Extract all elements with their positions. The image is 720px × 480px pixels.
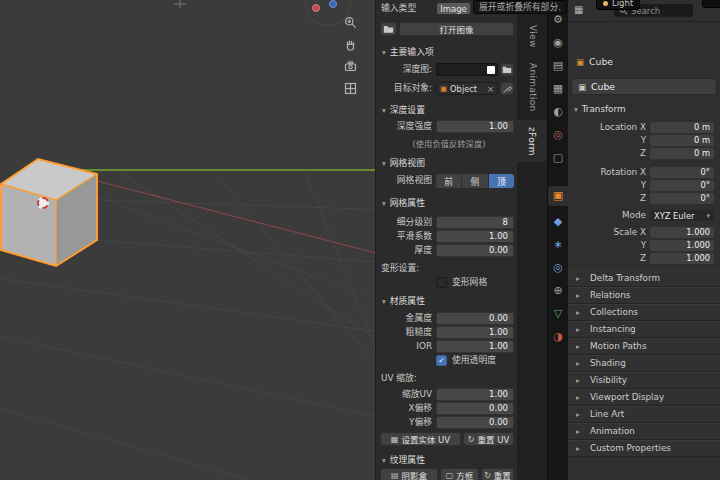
tab-world-icon[interactable]: ◎ bbox=[548, 125, 568, 145]
grid-line bbox=[0, 408, 375, 480]
tab-constraints-icon[interactable]: ⊕ bbox=[548, 281, 568, 301]
tab-collection-icon[interactable]: ▢ bbox=[548, 148, 568, 168]
metallic-field[interactable]: 0.00 bbox=[436, 312, 514, 325]
breadcrumb[interactable]: ▣ Cube bbox=[576, 56, 613, 67]
caret-down-icon: ▾ bbox=[382, 199, 386, 208]
grid-view-front-button[interactable]: 前 bbox=[436, 174, 462, 188]
sidebar-tab-strip: View Animation zForm bbox=[517, 0, 548, 480]
use-transparency-checkbox[interactable]: ✓ bbox=[436, 355, 447, 366]
location-y-label: Y bbox=[568, 135, 646, 146]
object-name-field[interactable]: ▣ Cube bbox=[571, 78, 717, 95]
rotation-x-field[interactable]: 0° bbox=[650, 167, 714, 178]
shadow-box-button[interactable]: ▤ 阴影盒 bbox=[380, 468, 438, 480]
tooltip: 展开或折叠所有部分. bbox=[473, 0, 567, 14]
section-grid-view[interactable]: ▾网格视图 bbox=[382, 156, 425, 169]
panel-line-art[interactable]: ▸Line Art bbox=[568, 406, 720, 423]
panel-relations[interactable]: ▸Relations bbox=[568, 287, 720, 304]
tab-output-icon[interactable]: ▤ bbox=[548, 56, 568, 76]
depth-map-swatch[interactable] bbox=[487, 66, 495, 74]
panel-delta-transform[interactable]: ▸Delta Transform bbox=[568, 270, 720, 287]
scale-x-field[interactable]: 1.000 bbox=[650, 227, 714, 238]
section-grid-properties[interactable]: ▾网格属性 bbox=[382, 196, 425, 209]
panel-instancing[interactable]: ▸Instancing bbox=[568, 321, 720, 338]
panel-animation[interactable]: ▸Animation bbox=[568, 423, 720, 440]
box-button[interactable]: ▢ 方框 bbox=[440, 468, 479, 480]
thickness-field[interactable]: 0.00 bbox=[436, 244, 514, 257]
grid-view-side-button[interactable]: 侧 bbox=[462, 174, 488, 188]
use-transparency-label: 使用透明度 bbox=[452, 354, 496, 367]
rotation-y-field[interactable]: 0° bbox=[650, 180, 714, 191]
tab-animation[interactable]: Animation bbox=[519, 56, 547, 118]
panel-collections[interactable]: ▸Collections bbox=[568, 304, 720, 321]
ior-field[interactable]: 1.00 bbox=[436, 340, 514, 353]
tab-particles-icon[interactable]: ∗ bbox=[548, 235, 568, 255]
camera-view-button[interactable] bbox=[342, 58, 358, 74]
panel-motion-paths[interactable]: ▸Motion Paths bbox=[568, 338, 720, 355]
panel-shading[interactable]: ▸Shading bbox=[568, 355, 720, 372]
folder-icon bbox=[502, 65, 512, 74]
depth-map-browse-button[interactable] bbox=[500, 63, 514, 76]
section-material-properties[interactable]: ▾材质属性 bbox=[382, 294, 425, 307]
reset-uv-button[interactable]: ↻ 重置 UV bbox=[463, 432, 514, 446]
section-main-input[interactable]: ▾主要输入项 bbox=[382, 45, 434, 58]
3d-viewport[interactable] bbox=[0, 0, 375, 480]
texture-reset-button[interactable]: ↻ 重置 bbox=[481, 468, 514, 480]
mode-label: Mode bbox=[568, 210, 646, 221]
eyedropper-button[interactable] bbox=[500, 82, 514, 95]
ortho-toggle-button[interactable] bbox=[342, 80, 358, 96]
tab-object-icon[interactable]: ▣ bbox=[548, 186, 568, 206]
properties-tab-strip: ⚙ ◉ ▤ ▦ ◐ ◎ ▢ ▣ ◆ ∗ ◎ ⊕ ▽ ◑ bbox=[548, 0, 568, 480]
tab-scene-icon[interactable]: ◐ bbox=[548, 102, 568, 122]
depth-strength-field[interactable]: 1.00 bbox=[436, 120, 514, 133]
deform-mesh-checkbox[interactable] bbox=[436, 277, 447, 288]
set-solid-uv-button[interactable]: ▦ 设置实体 UV bbox=[380, 432, 461, 446]
scale-z-field[interactable]: 1.000 bbox=[650, 253, 714, 264]
tab-zform[interactable]: zForm bbox=[517, 120, 547, 162]
subdivision-field[interactable]: 8 bbox=[436, 216, 514, 229]
x-offset-field[interactable]: 0.00 bbox=[436, 402, 514, 415]
section-depth-settings[interactable]: ▾深度设置 bbox=[382, 103, 425, 116]
grid-view-top-button[interactable]: 顶 bbox=[489, 174, 514, 188]
gizmo-x-axis-dot[interactable] bbox=[312, 4, 320, 12]
depth-map-input[interactable] bbox=[436, 63, 498, 76]
zoom-button[interactable] bbox=[342, 14, 358, 30]
tab-modifiers-icon[interactable]: ◆ bbox=[548, 212, 568, 232]
tab-material-icon[interactable]: ◑ bbox=[548, 327, 568, 347]
cube-object[interactable] bbox=[0, 150, 102, 272]
y-offset-field[interactable]: 0.00 bbox=[436, 416, 514, 429]
roughness-field[interactable]: 1.00 bbox=[436, 326, 514, 339]
object-name-value: Cube bbox=[591, 81, 615, 92]
light-popup[interactable]: Light bbox=[596, 0, 640, 10]
scale-y-field[interactable]: 1.000 bbox=[650, 240, 714, 251]
open-image-folder-button[interactable] bbox=[380, 22, 397, 36]
pan-button[interactable] bbox=[342, 36, 358, 52]
transform-panel-header[interactable]: ▾Transform bbox=[574, 104, 626, 114]
panel-viewport-display[interactable]: ▸Viewport Display bbox=[568, 389, 720, 406]
location-y-field[interactable]: 0 m bbox=[650, 135, 714, 146]
clear-object-icon[interactable]: × bbox=[487, 84, 494, 94]
object-cube-icon: ▣ bbox=[440, 84, 447, 93]
rotation-mode-dropdown[interactable]: XYZ Euler ▾ bbox=[650, 210, 714, 221]
tab-view[interactable]: View bbox=[519, 18, 547, 54]
tab-view-layer-icon[interactable]: ▦ bbox=[548, 79, 568, 99]
panel-custom-properties[interactable]: ▸Custom Properties bbox=[568, 440, 720, 457]
breadcrumb-object-name: Cube bbox=[589, 56, 613, 67]
reset-icon: ↻ bbox=[468, 435, 475, 444]
tab-render-icon[interactable]: ◉ bbox=[548, 33, 568, 53]
tab-physics-icon[interactable]: ◎ bbox=[548, 258, 568, 278]
panel-visibility[interactable]: ▸Visibility bbox=[568, 372, 720, 389]
location-z-field[interactable]: 0 m bbox=[650, 148, 714, 159]
gizmo-z-axis-dot[interactable] bbox=[329, 0, 337, 8]
scale-uv-field[interactable]: 1.00 bbox=[436, 388, 514, 401]
tab-object-data-icon[interactable]: ▽ bbox=[548, 304, 568, 324]
target-object-dropdown[interactable]: ▣ Object × bbox=[436, 82, 498, 95]
smooth-factor-field[interactable]: 1.00 bbox=[436, 230, 514, 243]
rotation-z-field[interactable]: 0° bbox=[650, 193, 714, 204]
metallic-label: 金属度 bbox=[376, 312, 432, 325]
location-x-field[interactable]: 0 m bbox=[650, 122, 714, 133]
section-texture-properties[interactable]: ▾纹理属性 bbox=[382, 453, 425, 466]
roughness-label: 粗糙度 bbox=[376, 326, 432, 339]
editor-type-icon[interactable]: ▦ bbox=[574, 4, 583, 15]
open-image-button[interactable]: 打开图像 bbox=[399, 22, 514, 36]
input-type-image-button[interactable]: Image bbox=[436, 2, 471, 15]
